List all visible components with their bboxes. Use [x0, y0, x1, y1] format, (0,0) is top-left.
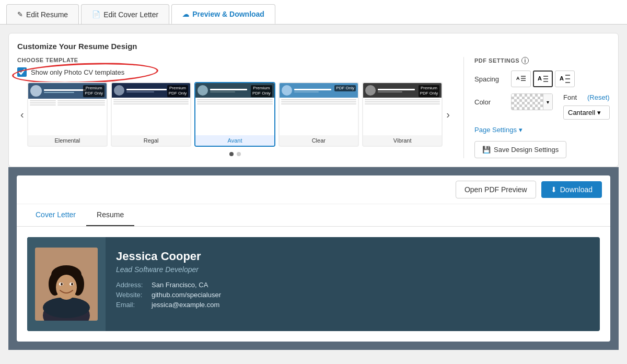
spacing-wide-button[interactable]: A — [555, 71, 575, 87]
address-key: Address: — [116, 281, 147, 289]
color-label: Color — [474, 98, 506, 106]
thumb-avant: PremiumPDF Only — [195, 83, 274, 135]
avant-badge: PremiumPDF Only — [251, 85, 272, 97]
open-pdf-preview-button[interactable]: Open PDF Preview — [456, 181, 536, 198]
spacing-wide-icon: A — [559, 74, 571, 84]
save-design-button[interactable]: 💾 Save Design Settings — [474, 141, 566, 158]
svg-point-20 — [43, 297, 90, 318]
spacing-row: Spacing A A — [474, 71, 610, 87]
tab-bar: ✎ Edit Resume 📄 Edit Cover Letter ☁ Prev… — [0, 0, 627, 25]
tab-edit-cover-label: Edit Cover Letter — [103, 10, 158, 19]
resume-photo — [35, 248, 98, 321]
save-icon: 💾 — [482, 146, 491, 154]
customize-title: Customize Your Resume Design — [17, 42, 610, 51]
thumb-elemental: PremiumPDF Only — [28, 83, 107, 135]
doc-tabs: Cover Letter Resume — [17, 204, 610, 227]
font-selector[interactable]: Cantarell ▾ — [563, 105, 610, 120]
template-card-vibrant[interactable]: PremiumPDF Only Vibrant — [362, 82, 443, 147]
svg-point-25 — [71, 283, 73, 286]
svg-point-21 — [56, 275, 77, 300]
action-bar: Open PDF Preview ⬇ Download — [17, 175, 610, 204]
template-card-avant[interactable]: PremiumPDF Only Avant — [194, 82, 275, 147]
color-section: Color ▾ — [474, 93, 553, 116]
preview-container: Open PDF Preview ⬇ Download Cover Letter… — [17, 175, 610, 342]
spacing-compact-button[interactable]: A — [511, 71, 531, 87]
carousel-dot-1[interactable] — [229, 152, 234, 156]
font-section: Font (Reset) Cantarell ▾ — [563, 93, 610, 120]
pdf-settings-label: PDF SETTINGS — [474, 57, 519, 64]
font-label-row: Font (Reset) — [563, 93, 610, 101]
pdf-settings-section: PDF SETTINGS i Spacing A — [463, 57, 610, 158]
font-reset-link[interactable]: (Reset) — [587, 93, 610, 101]
tab-preview-download-label: Preview & Download — [192, 10, 264, 18]
page-settings-link[interactable]: Page Settings ▾ — [474, 126, 610, 134]
svg-text:A: A — [516, 76, 520, 81]
template-section: CHOOSE TEMPLATE Show only Photo CV templ… — [17, 57, 453, 158]
resume-photo-col — [27, 237, 106, 331]
resume-tab-label: Resume — [97, 210, 124, 219]
photo-cv-checkbox[interactable] — [17, 67, 27, 77]
edit-resume-icon: ✎ — [17, 10, 23, 18]
main-content: Customize Your Resume Design CHOOSE TEMP… — [0, 25, 627, 358]
resume-job-title: Lead Software Developer — [116, 265, 589, 274]
resume-detail-website: Website: github.com/specialuser — [116, 291, 589, 299]
svg-text:A: A — [560, 75, 564, 81]
regal-badge: PremiumPDF Only — [167, 85, 189, 97]
template-card-clear[interactable]: PDF Only Clear — [278, 82, 359, 147]
font-dropdown-icon: ▾ — [597, 109, 601, 116]
page-settings-label: Page Settings — [474, 126, 517, 134]
customize-panel: Customize Your Resume Design CHOOSE TEMP… — [8, 33, 619, 167]
elemental-name: Elemental — [28, 135, 107, 146]
spacing-normal-button[interactable]: A — [533, 71, 553, 87]
template-card-regal[interactable]: PremiumPDF Only Regal — [111, 82, 191, 147]
choose-template-label: CHOOSE TEMPLATE — [17, 57, 453, 63]
carousel-dot-2[interactable] — [237, 152, 241, 156]
spacing-compact-icon: A — [516, 74, 526, 84]
tab-edit-cover[interactable]: 📄 Edit Cover Letter — [81, 4, 169, 24]
carousel-next-button[interactable]: › — [443, 109, 453, 121]
color-picker-row: Color ▾ — [474, 93, 553, 110]
thumb-regal: PremiumPDF Only — [112, 83, 190, 135]
svg-point-24 — [61, 283, 63, 286]
spacing-buttons: A A — [511, 71, 575, 87]
email-key: Email: — [116, 301, 147, 309]
vibrant-name: Vibrant — [363, 135, 442, 146]
panel-body: CHOOSE TEMPLATE Show only Photo CV templ… — [17, 57, 610, 158]
carousel-prev-button[interactable]: ‹ — [17, 109, 27, 121]
svg-text:A: A — [538, 75, 542, 81]
clear-name: Clear — [280, 135, 358, 146]
pdf-settings-info-icon[interactable]: i — [521, 57, 529, 64]
download-button[interactable]: ⬇ Download — [541, 181, 602, 198]
photo-cv-row: Show only Photo CV templates — [17, 67, 453, 77]
color-swatch — [512, 94, 543, 110]
thumb-vibrant: PremiumPDF Only — [363, 83, 442, 135]
download-icon: ⬇ — [551, 185, 557, 194]
spacing-normal-icon: A — [537, 74, 549, 84]
resume-card: Jessica Cooper Lead Software Developer A… — [27, 237, 600, 331]
page-settings-chevron-icon: ▾ — [519, 126, 522, 134]
person-silhouette-icon — [35, 248, 98, 321]
color-font-row: Color ▾ Font (Reset) — [474, 93, 610, 120]
save-design-label: Save Design Settings — [494, 146, 559, 154]
tab-edit-resume-label: Edit Resume — [26, 10, 68, 19]
email-value: jessica@example.com — [152, 301, 219, 309]
elemental-badge: PremiumPDF Only — [83, 85, 104, 97]
photo-cv-label: Show only Photo CV templates — [31, 68, 124, 76]
website-value: github.com/specialuser — [152, 291, 221, 299]
resume-preview: Jessica Cooper Lead Software Developer A… — [17, 227, 610, 342]
font-label: Font — [563, 93, 584, 101]
tab-edit-resume[interactable]: ✎ Edit Resume — [6, 4, 79, 24]
resume-detail-address: Address: San Francisco, CA — [116, 281, 589, 289]
resume-info-col: Jessica Cooper Lead Software Developer A… — [106, 237, 600, 331]
color-arrow-icon: ▾ — [543, 94, 552, 110]
clear-badge: PDF Only — [334, 85, 356, 91]
thumb-clear: PDF Only — [280, 83, 358, 135]
preview-icon: ☁ — [182, 10, 189, 18]
color-swatch-wrapper[interactable]: ▾ — [511, 93, 553, 110]
tab-preview-download[interactable]: ☁ Preview & Download — [171, 4, 275, 24]
download-label: Download — [560, 185, 593, 194]
doc-tab-resume[interactable]: Resume — [86, 204, 134, 226]
template-card-elemental[interactable]: PremiumPDF Only Elemental — [27, 82, 108, 147]
doc-tab-cover-letter[interactable]: Cover Letter — [25, 204, 86, 226]
resume-detail-email: Email: jessica@example.com — [116, 301, 589, 309]
